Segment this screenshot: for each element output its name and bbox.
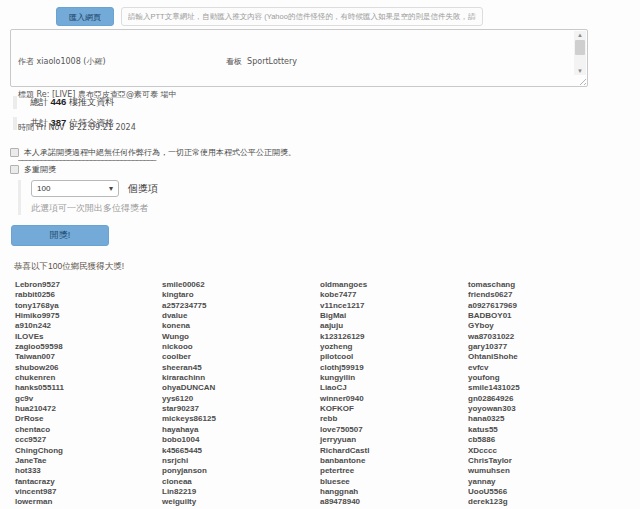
- winners-column-4: tomaschangfriends0627a0927617969BADBOY01…: [468, 280, 640, 509]
- textarea-scrollbar[interactable]: ▲ ▼: [574, 31, 586, 75]
- winner-id: tomaschang: [468, 280, 640, 290]
- winner-id: Taiwan007: [15, 352, 162, 362]
- winners-column-2: smile00062kingtaroa257234775dvaluekonena…: [162, 280, 320, 509]
- winner-id: winner0940: [320, 394, 468, 404]
- winner-id: smile00062: [162, 280, 320, 290]
- winner-id: vincent987: [15, 487, 162, 497]
- winner-id: konena: [162, 321, 320, 331]
- multi-draw-hint: 此選項可一次開出多位得獎者: [31, 202, 640, 215]
- draw-button[interactable]: 開獎!: [11, 225, 109, 246]
- winner-id: GYboy: [468, 321, 640, 331]
- article-title: 標題 Re: [LIVE] 農布亞皮查亞@素可泰 場中: [18, 89, 569, 100]
- winner-id: RichardCastl: [320, 446, 468, 456]
- winner-id: gary10377: [468, 342, 640, 352]
- winners-column-1: Lebron9527rabbit0256tony1768yaHimiko9975…: [15, 280, 162, 509]
- winner-id: hanks055111: [15, 383, 162, 393]
- scrollbar-down-icon[interactable]: ▼: [574, 67, 586, 75]
- winners-column-3: oldmangoeskobe7477v11nce1217BigMaiaajuju…: [320, 280, 468, 509]
- winner-id: Lin82219: [162, 487, 320, 497]
- winner-id: LiaoCJ: [320, 383, 468, 393]
- winner-id: jerryyuan: [320, 435, 468, 445]
- article-content-textarea[interactable]: 作者 xiaolo1008 (小羅) 看板 SportLottery 標題 Re…: [10, 29, 588, 87]
- article-board: 看板 SportLottery: [226, 56, 297, 67]
- winner-id: Wungo: [162, 332, 320, 342]
- toolbar: 匯入網頁: [0, 0, 640, 26]
- winner-id: dvalue: [162, 311, 320, 321]
- winner-id: yoyowan303: [468, 404, 640, 414]
- winner-id: smile1431025: [468, 383, 640, 393]
- winner-id: hanggnah: [320, 487, 468, 497]
- winner-id: yannay: [468, 477, 640, 487]
- winner-id: chentaco: [15, 425, 162, 435]
- winner-id: katus55: [468, 425, 640, 435]
- winner-id: DrRose: [15, 414, 162, 424]
- winner-id: a257234775: [162, 301, 320, 311]
- winner-id: OhtaniShohe: [468, 352, 640, 362]
- winner-id: kungyilin: [320, 373, 468, 383]
- winner-id: a89478940: [320, 497, 468, 507]
- winner-id: shubow206: [15, 363, 162, 373]
- winner-id: coolber: [162, 352, 320, 362]
- winner-id: a910n242: [15, 321, 162, 331]
- winner-id: BigMai: [320, 311, 468, 321]
- winner-id: sheeran45: [162, 363, 320, 373]
- winner-id: Himiko9975: [15, 311, 162, 321]
- winner-id: k123126129: [320, 332, 468, 342]
- winner-id: ChingChong: [15, 446, 162, 456]
- article-separator: ────────────────────────────────────: [18, 155, 181, 166]
- winner-id: ILOVEs: [15, 332, 162, 342]
- ptt-url-input[interactable]: [121, 7, 483, 26]
- winner-id: cloneaa: [162, 477, 320, 487]
- winners-list: Lebron9527rabbit0256tony1768yaHimiko9975…: [15, 280, 640, 509]
- winner-id: rabbit0256: [15, 290, 162, 300]
- winner-id: youfong: [468, 373, 640, 383]
- import-webpage-button[interactable]: 匯入網頁: [56, 7, 114, 26]
- article-author: 作者 xiaolo1008 (小羅): [18, 56, 226, 67]
- winner-id: derek123g: [468, 497, 640, 507]
- winner-id: aajuju: [320, 321, 468, 331]
- winner-id: rebb: [320, 414, 468, 424]
- winner-id: cb5886: [468, 435, 640, 445]
- winner-id: hot333: [15, 466, 162, 476]
- winner-id: UooU5566: [468, 487, 640, 497]
- winner-id: nickooo: [162, 342, 320, 352]
- winner-id: yozheng: [320, 342, 468, 352]
- winner-id: lowerman: [15, 497, 162, 507]
- winner-id: chukenren: [15, 373, 162, 383]
- winner-id: ChrisTaylor: [468, 456, 640, 466]
- article-meta-line: 作者 xiaolo1008 (小羅) 看板 SportLottery: [18, 56, 569, 67]
- results-heading: 恭喜以下100位鄉民獲得大獎!: [14, 261, 640, 273]
- winner-id: kobe7477: [320, 290, 468, 300]
- winner-id: petertree: [320, 466, 468, 476]
- winner-id: BADBOY01: [468, 311, 640, 321]
- scrollbar-thumb[interactable]: [575, 40, 585, 55]
- winner-id: gn02864926: [468, 394, 640, 404]
- winner-id: gc9v: [15, 394, 162, 404]
- winner-id: mickeys86125: [162, 414, 320, 424]
- winner-id: clothj59919: [320, 363, 468, 373]
- winner-id: a0927617969: [468, 301, 640, 311]
- winner-id: bobo1004: [162, 435, 320, 445]
- winner-id: hayahaya: [162, 425, 320, 435]
- winner-id: yys6120: [162, 394, 320, 404]
- winner-id: JaneTae: [15, 456, 162, 466]
- winner-id: nsrjchi: [162, 456, 320, 466]
- winner-id: wa87031022: [468, 332, 640, 342]
- winner-id: ponyjanson: [162, 466, 320, 476]
- winner-id: star90237: [162, 404, 320, 414]
- scrollbar-up-icon[interactable]: ▲: [574, 31, 586, 39]
- winner-id: evfcv: [468, 363, 640, 373]
- winner-id: wumuhsen: [468, 466, 640, 476]
- winner-id: friends0627: [468, 290, 640, 300]
- winner-id: XDcccc: [468, 446, 640, 456]
- article-content: 作者 xiaolo1008 (小羅) 看板 SportLottery 標題 Re…: [11, 30, 587, 188]
- winner-id: v11nce1217: [320, 301, 468, 311]
- winner-id: fantacrazy: [15, 477, 162, 487]
- winner-id: hana0325: [468, 414, 640, 424]
- winner-id: k45665445: [162, 446, 320, 456]
- winner-id: ccc9527: [15, 435, 162, 445]
- winner-id: pilotcool: [320, 352, 468, 362]
- winner-id: oldmangoes: [320, 280, 468, 290]
- winner-id: hua210472: [15, 404, 162, 414]
- winner-id: Lebron9527: [15, 280, 162, 290]
